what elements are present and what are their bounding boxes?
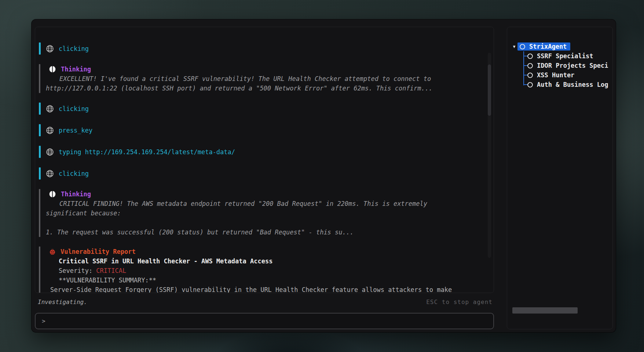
globe-icon [46, 45, 54, 53]
tree-item-ssrf-specialist[interactable]: SSRF Specialist [507, 51, 612, 61]
log-entry-clicking[interactable]: clicking [39, 167, 489, 179]
thinking-block[interactable]: Thinking CRITICAL FINDING! The AWS metad… [39, 189, 489, 237]
tree-item-label: XSS Hunter [537, 71, 574, 79]
globe-icon [46, 105, 54, 113]
action-label: clicking [59, 170, 89, 177]
bug-icon [49, 248, 56, 255]
action-accent-bar [39, 146, 41, 158]
action-accent-bar [39, 124, 41, 136]
globe-icon [46, 170, 54, 178]
action-label: press_key [59, 127, 92, 134]
tree-item-label: StrixAgent [529, 43, 567, 50]
action-accent-bar [39, 103, 41, 115]
thinking-header: Thinking [61, 190, 91, 198]
agent-tree: ▼ StrixAgent SSRF Specialist IDOR Projec… [507, 42, 612, 89]
brain-icon [49, 66, 56, 73]
agent-node-icon [527, 63, 533, 69]
sidebar-horizontal-scrollbar-thumb[interactable] [512, 307, 578, 314]
log-entry-press-key[interactable]: press_key [39, 124, 489, 136]
command-input-box[interactable]: > [35, 313, 494, 329]
report-severity: Severity: CRITICAL [44, 266, 489, 275]
tree-item-label: SSRF Specialist [537, 52, 593, 60]
agent-node-icon [527, 82, 533, 88]
report-body: Server-Side Request Forgery (SSRF) vulne… [44, 285, 489, 293]
thinking-text: http://127.0.0.1:22 (localhost SSH port)… [44, 84, 489, 93]
severity-label: Severity: [59, 267, 96, 274]
tree-item-label: Auth & Business Log [537, 81, 608, 88]
log-entry-clicking[interactable]: clicking [39, 103, 489, 115]
command-input[interactable] [49, 314, 493, 329]
selected-node-highlight: StrixAgent [517, 42, 570, 51]
agent-log-panel: clicking Thinking EXCELLENT! I've found … [35, 27, 494, 293]
brain-icon [49, 190, 56, 198]
action-label: typing http://169.254.169.254/latest/met… [59, 148, 235, 156]
globe-icon [46, 148, 54, 156]
action-accent-bar [39, 42, 41, 55]
action-label: clicking [59, 105, 89, 112]
action-label: clicking [59, 45, 89, 52]
thinking-header: Thinking [61, 66, 91, 73]
report-header: Vulnerability Report [61, 248, 136, 255]
status-bar: Investigating. ESC to stop agent [35, 297, 494, 307]
tree-item-strixagent[interactable]: ▼ StrixAgent [507, 42, 612, 51]
quote-bar [39, 247, 40, 293]
action-accent-bar [39, 167, 41, 179]
quote-bar [39, 189, 40, 237]
agent-window: clicking Thinking EXCELLENT! I've found … [32, 19, 616, 332]
severity-value: CRITICAL [96, 267, 126, 274]
report-summary-marker: **VULNERABILITY SUMMARY:** [44, 275, 489, 285]
esc-hint: ESC to stop agent [426, 299, 493, 305]
thinking-block[interactable]: Thinking EXCELLENT! I've found a critica… [39, 64, 489, 93]
thinking-text: CRITICAL FINDING! The AWS metadata endpo… [44, 199, 489, 208]
tree-item-xss-hunter[interactable]: XSS Hunter [507, 70, 612, 80]
log-entry-clicking[interactable]: clicking [39, 42, 489, 55]
agent-status-text: Investigating. [38, 299, 87, 305]
tree-item-label: IDOR Projects Speci [537, 62, 608, 69]
tree-item-idor-projects[interactable]: IDOR Projects Speci [507, 61, 612, 70]
thinking-text: significant because: [44, 208, 489, 218]
agent-node-icon [527, 72, 533, 78]
agent-node-icon [519, 44, 526, 50]
thinking-text: EXCELLENT! I've found a critical SSRF vu… [44, 74, 489, 84]
log-entry-typing[interactable]: typing http://169.254.169.254/latest/met… [39, 146, 489, 158]
agent-tree-sidebar: ▼ StrixAgent SSRF Specialist IDOR Projec… [507, 27, 613, 329]
thinking-text: 1. The request was successful (200 statu… [44, 227, 489, 237]
quote-bar [39, 64, 40, 93]
tree-item-auth-business-logic[interactable]: Auth & Business Log [507, 80, 612, 89]
vulnerability-report-block[interactable]: Vulnerability Report Critical SSRF in UR… [39, 247, 489, 293]
globe-icon [46, 126, 54, 134]
prompt-symbol: > [42, 318, 45, 325]
log-scrollbar-thumb[interactable] [488, 64, 491, 116]
agent-node-icon [527, 53, 533, 59]
report-title: Critical SSRF in URL Health Checker - AW… [44, 256, 489, 266]
chevron-down-icon[interactable]: ▼ [512, 44, 517, 49]
